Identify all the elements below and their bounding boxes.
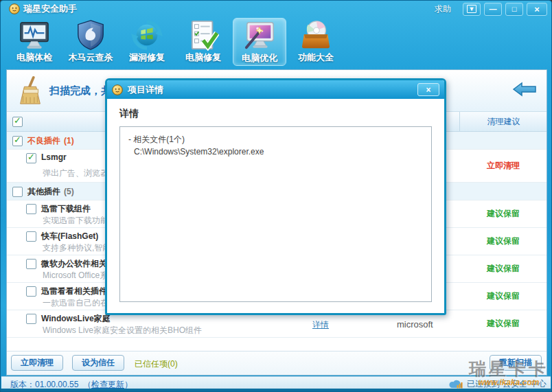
help-link[interactable]: 求助 bbox=[435, 3, 451, 15]
windows-refresh-icon bbox=[131, 19, 163, 51]
tab-label: 电脑优化 bbox=[242, 52, 277, 65]
clean-now-button[interactable]: 立即清理 bbox=[11, 355, 63, 371]
skin-button[interactable]: ▼ bbox=[463, 3, 481, 16]
plugin-description: 弹出广告、浏览器 bbox=[43, 168, 108, 179]
tab-all-functions[interactable]: 功能大全 bbox=[289, 18, 343, 66]
dialog-logo-icon bbox=[112, 84, 123, 95]
item-detail-dialog: 项目详情 × 详情 - 相关文件(1个) C:\Windows\System32… bbox=[105, 78, 446, 315]
version-label: 版本：01.00.00.55 bbox=[10, 380, 78, 389]
main-toolbar: 电脑体检 木马云查杀 bbox=[8, 18, 345, 67]
category-label: 其他插件 bbox=[27, 187, 60, 196]
tab-label: 电脑修复 bbox=[185, 51, 221, 64]
category-count: (1) bbox=[64, 136, 74, 146]
set-trust-button[interactable]: 设为信任 bbox=[72, 355, 124, 371]
category-label: 不良插件 bbox=[27, 136, 60, 146]
tab-computer-optimize[interactable]: 电脑优化 bbox=[233, 18, 286, 66]
tab-label: 漏洞修复 bbox=[129, 51, 165, 64]
column-header-clean-advice: 清理建议 bbox=[459, 112, 547, 131]
scan-status-text: 扫描完成，共 bbox=[49, 84, 111, 97]
dialog-body: 详情 - 相关文件(1个) C:\Windows\System32\explor… bbox=[107, 99, 444, 302]
app-window: 瑞星安全助手 求助 ▼ — □ × 电脑体检 bbox=[0, 0, 552, 392]
plugin-name: 迅雷下载组件 bbox=[41, 203, 91, 215]
action-footer: 立即清理 设为信任 已信任项(0) 重新扫描 bbox=[7, 351, 547, 375]
plugin-name: 微软办公软件相关控 bbox=[41, 258, 115, 270]
plugin-checkbox[interactable] bbox=[26, 286, 36, 297]
advice-link-keep[interactable]: 建议保留 bbox=[460, 255, 547, 282]
plugin-name: 迅雷看看相关插件 bbox=[41, 286, 107, 297]
advice-link-keep[interactable]: 建议保留 bbox=[460, 200, 547, 227]
plugin-name: Lsmgr bbox=[41, 152, 67, 162]
plugin-name: 快车(FlashGet) bbox=[41, 231, 98, 242]
tab-label: 木马云查杀 bbox=[69, 51, 113, 64]
plugin-description: 实现迅雷下载功能 bbox=[43, 215, 108, 227]
advice-link-keep[interactable]: 建议保留 bbox=[460, 310, 547, 337]
file-path-line: C:\Windows\System32\explorer.exe bbox=[128, 146, 423, 158]
checklist-icon bbox=[187, 19, 219, 51]
monitor-pulse-icon bbox=[19, 19, 50, 51]
back-arrow-icon[interactable] bbox=[512, 81, 537, 97]
plugin-description: Microsoft Office系 bbox=[43, 270, 108, 281]
tab-vulnerability-fix[interactable]: 漏洞修复 bbox=[120, 18, 174, 66]
plugin-checkbox[interactable] bbox=[26, 259, 36, 269]
advice-link-clean-now[interactable]: 立即清理 bbox=[460, 150, 547, 182]
tab-computer-repair[interactable]: 电脑修复 bbox=[176, 18, 230, 66]
close-button[interactable]: × bbox=[527, 3, 547, 16]
plugin-checkbox[interactable] bbox=[26, 204, 36, 214]
plugin-checkbox[interactable] bbox=[26, 153, 36, 163]
cloud-security-icon bbox=[448, 380, 464, 389]
select-all-checkbox[interactable] bbox=[12, 117, 23, 127]
disc-box-icon bbox=[300, 19, 332, 51]
tab-trojan-cloud-scan[interactable]: 木马云查杀 bbox=[64, 18, 117, 66]
dialog-titlebar: 项目详情 × bbox=[107, 80, 444, 99]
tab-computer-checkup[interactable]: 电脑体检 bbox=[8, 18, 61, 66]
shield-icon bbox=[75, 19, 106, 51]
detail-section-label: 详情 bbox=[119, 108, 432, 120]
plugin-company: microsoft bbox=[397, 319, 433, 330]
tab-label: 电脑体检 bbox=[16, 51, 52, 64]
minimize-button[interactable]: — bbox=[484, 3, 502, 16]
trusted-items-link[interactable]: 已信任项(0) bbox=[135, 358, 178, 370]
detail-link[interactable]: 详情 bbox=[312, 319, 329, 331]
skin-icon: ▼ bbox=[467, 5, 477, 13]
plugin-checkbox[interactable] bbox=[26, 314, 36, 324]
plugin-description: 支持多种协议,智能 bbox=[43, 242, 111, 254]
paren: （ bbox=[83, 380, 91, 389]
check-update-link[interactable]: 检查更新 bbox=[91, 380, 124, 389]
advice-link-keep[interactable]: 建议保留 bbox=[460, 283, 547, 310]
related-files-line: - 相关文件(1个) bbox=[128, 133, 423, 146]
plugin-description: Windows Live家庭安全设置的相关BHO组件 bbox=[43, 325, 202, 336]
detail-text-box: - 相关文件(1个) C:\Windows\System32\explorer.… bbox=[119, 126, 432, 302]
plugin-checkbox[interactable] bbox=[26, 231, 36, 242]
dialog-title: 项目详情 bbox=[128, 84, 163, 96]
maximize-button[interactable]: □ bbox=[505, 3, 523, 16]
app-title: 瑞星安全助手 bbox=[23, 3, 77, 15]
status-bar: 版本：01.00.00.55 （检查更新） 已连接到“云安全”中心 bbox=[1, 376, 551, 390]
cloud-connection-status: 已连接到“云安全”中心 bbox=[467, 378, 547, 390]
tab-label: 功能大全 bbox=[298, 51, 334, 64]
paren: ） bbox=[124, 380, 133, 389]
dialog-close-button[interactable]: × bbox=[417, 83, 439, 96]
rescan-button[interactable]: 重新扫描 bbox=[490, 355, 542, 371]
app-logo-icon bbox=[9, 3, 20, 14]
plugin-description: 一款迅雷自己的在 bbox=[43, 297, 108, 309]
titlebar: 瑞星安全助手 求助 ▼ — □ × bbox=[1, 1, 551, 17]
category-checkbox[interactable] bbox=[12, 187, 23, 197]
monitor-wand-icon bbox=[244, 20, 275, 51]
category-checkbox[interactable] bbox=[12, 136, 23, 146]
advice-link-keep[interactable]: 建议保留 bbox=[460, 228, 547, 255]
category-count: (5) bbox=[64, 187, 74, 196]
broom-icon bbox=[15, 76, 45, 106]
plugin-name: WindowsLive家庭 bbox=[41, 313, 111, 325]
